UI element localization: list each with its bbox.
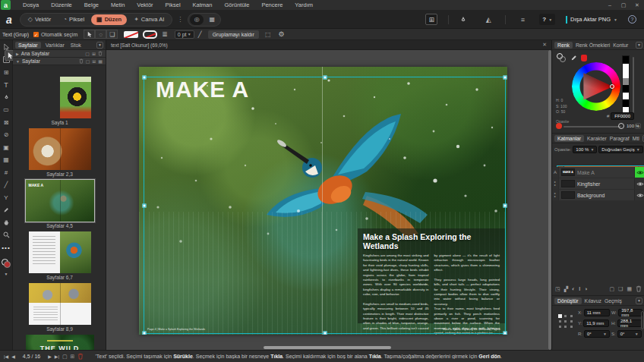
document-view[interactable]: MAKE A Make a Splash Exploring the Wetla…	[106, 50, 551, 350]
effects-icon[interactable]: ◑	[584, 286, 587, 291]
zoom-tool[interactable]	[1, 230, 11, 241]
layer-visibility-background[interactable]	[634, 190, 644, 200]
stroke-pen-icon[interactable]: ╱	[198, 31, 202, 38]
next-page-button[interactable]: ▶	[48, 354, 52, 359]
eyedropper-icon[interactable]	[570, 55, 577, 61]
duplicate-master-icon[interactable]: ⊞	[92, 51, 96, 56]
panel-menu-chevron[interactable]: ▼	[96, 42, 103, 49]
fill-none-swatch[interactable]	[124, 31, 138, 38]
select-lasso-button[interactable]: ◌	[95, 30, 106, 39]
preview-mode-toggle[interactable]: ◎	[190, 14, 204, 25]
w-input[interactable]: 397,8 mm	[618, 309, 642, 316]
view-hand-tool[interactable]	[1, 217, 11, 228]
pen-tool[interactable]	[1, 92, 11, 102]
y-input[interactable]: 11,9 mm	[583, 320, 609, 327]
add-master-icon[interactable]: ▢	[85, 51, 90, 56]
delete-layer-icon[interactable]	[636, 285, 642, 292]
link-dimensions-toggle[interactable]	[641, 311, 644, 329]
layers-opacity-select[interactable]: 100 % ▼	[573, 146, 597, 153]
text-layer-icon[interactable]: I	[579, 286, 580, 291]
s-input[interactable]: 0°▼	[617, 330, 642, 338]
menu-vektor[interactable]: Vektör	[131, 0, 159, 11]
more-tools-button[interactable]: •••	[1, 242, 11, 253]
page-thumbnail-wild[interactable]: THE WILD	[26, 335, 94, 350]
persona-vektor[interactable]: ◇ Vektör	[23, 14, 56, 25]
hook-tool-button[interactable]: ?▼	[539, 14, 555, 25]
grid-mode-toggle[interactable]: ▦	[205, 14, 219, 25]
document-close-icon[interactable]: ✕	[542, 42, 547, 48]
tab-paragraf[interactable]: Paragraf	[610, 136, 630, 141]
add-page-button[interactable]: ▢	[62, 354, 68, 360]
page-item-89[interactable]: Sayfalar 8,9	[13, 283, 106, 335]
page-spread[interactable]: MAKE A Make a Splash Exploring the Wetla…	[139, 67, 507, 335]
menu-belge[interactable]: Belge	[78, 0, 105, 11]
menu-pencere[interactable]: Pencere	[255, 0, 289, 11]
minimize-button[interactable]: –	[603, 0, 617, 11]
help-button[interactable]: ?	[628, 15, 636, 24]
mask-icon[interactable]: ▞	[564, 286, 568, 292]
node-tool[interactable]	[1, 42, 11, 52]
persona-canva-ai[interactable]: ✦ Canva AI	[128, 14, 169, 25]
pages-section[interactable]: ▼ Sayfalar ▢ ⊞ ▦	[13, 58, 106, 65]
tab-kilavuz[interactable]: Kılavuz	[585, 298, 601, 304]
place-image-tool[interactable]: ▣	[1, 142, 11, 153]
prev-page-button[interactable]: ◀	[11, 354, 15, 359]
anchor-point-selector[interactable]	[557, 313, 574, 329]
persona-duzen-active[interactable]: ▦ Düzen	[91, 14, 127, 25]
page-item-45-selected[interactable]: MAKE A Sayfalar 4,5	[13, 180, 106, 231]
page-indicator[interactable]: 4,5 / 16	[23, 354, 40, 359]
transform-panel-menu-chevron[interactable]: ▼	[636, 297, 642, 304]
gear-icon[interactable]: ⚙	[278, 30, 284, 38]
first-page-button[interactable]: |◀	[4, 354, 8, 359]
delete-page-button[interactable]	[77, 353, 84, 360]
export-png-button[interactable]: Dışa Aktar PNG ▼	[566, 16, 617, 24]
ungroup-button[interactable]: Gruplamayı kaldır	[208, 30, 259, 39]
table-tool[interactable]: ⊞	[1, 67, 11, 77]
stroke-style-icon[interactable]: ≣	[162, 30, 168, 38]
align-button[interactable]: ≡	[516, 16, 529, 24]
picture-frame-rect-tool[interactable]: ⊠	[1, 117, 11, 127]
style-picker-tool[interactable]: Y	[1, 192, 11, 203]
stroke-width-select[interactable]: 0 pt ▼	[175, 30, 194, 39]
toolbar-overflow-dots[interactable]: ⋮	[177, 16, 183, 23]
group-layer-icon[interactable]: ❏	[618, 286, 623, 292]
tab-kontur[interactable]: Kontur	[613, 42, 628, 48]
stroke-none-swatch[interactable]	[143, 30, 157, 39]
page-item-67[interactable]: Sayfalar 6,7	[13, 231, 106, 283]
opacity-slider-track[interactable]	[564, 126, 621, 127]
document-tab[interactable]: text [Salt Okunur] (69,0%) ✕	[106, 40, 551, 50]
color-wheel-marker[interactable]	[610, 84, 614, 89]
insert-target-icon[interactable]: ⬚	[265, 31, 271, 38]
page-thumbnail-67[interactable]	[29, 231, 91, 273]
select-object-button[interactable]	[84, 30, 95, 39]
page-item-1[interactable]: Sayfa 1	[13, 77, 106, 128]
blend-mode-select[interactable]: Doğrudan Geçiş ▼	[598, 146, 642, 153]
duplicate-page-icon[interactable]: ⊞	[92, 58, 96, 64]
shade-strip-scrollbar[interactable]	[633, 57, 634, 113]
master-pages-section[interactable]: ▶ Ana Sayfalar ▢ ⊞	[13, 50, 106, 58]
tab-donustur[interactable]: Dönüştür	[554, 297, 582, 304]
fill-tool[interactable]	[1, 205, 11, 216]
tab-varliklar[interactable]: Varlıklar	[44, 42, 66, 49]
pages-menu-icon[interactable]: ▦	[98, 58, 103, 64]
article-text-frame[interactable]: Make a Splash Exploring the Wetlands Kin…	[358, 228, 505, 323]
page-thumbnail-45[interactable]: MAKE A	[26, 180, 94, 222]
fill-stroke-swatch-icon[interactable]	[557, 53, 567, 63]
delete-page-icon[interactable]	[79, 58, 84, 64]
tools-chevron-icon[interactable]: ▼	[1, 269, 11, 279]
add-page-icon[interactable]: ▢	[86, 58, 90, 64]
pattern-layer-icon[interactable]: ▦	[627, 286, 632, 292]
last-page-button[interactable]: ▶|	[55, 354, 59, 359]
tab-katmanlar[interactable]: Katmanlar	[554, 135, 584, 142]
horizontal-scrollbar[interactable]	[264, 346, 391, 349]
tab-renk[interactable]: Renk	[554, 42, 573, 49]
menu-piksel[interactable]: Piksel	[159, 0, 187, 11]
picture-frame-ellipse-tool[interactable]: ⊘	[1, 130, 11, 140]
layer-row-make-a[interactable]: A MAKE A Make A	[552, 167, 644, 178]
menu-duzenle[interactable]: Düzenle	[45, 0, 78, 11]
menu-yardim[interactable]: Yardım	[289, 0, 319, 11]
persona-piksel[interactable]: ◔ Piksel	[58, 14, 90, 25]
pages-tool[interactable]: ▦	[1, 155, 11, 165]
tab-metin-stilleri[interactable]: Mtl	[633, 136, 639, 141]
menu-dosya[interactable]: Dosya	[17, 0, 45, 11]
